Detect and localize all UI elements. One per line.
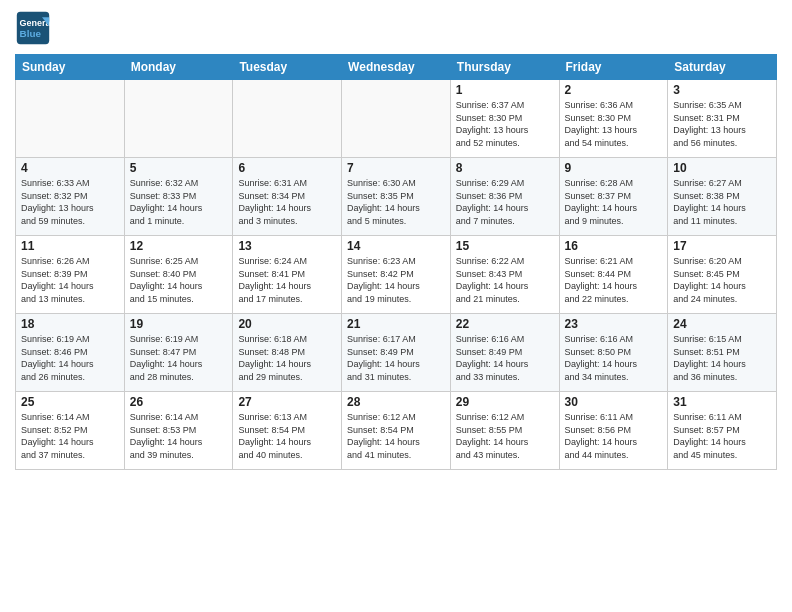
calendar-cell: 13Sunrise: 6:24 AM Sunset: 8:41 PM Dayli… [233, 236, 342, 314]
calendar-cell: 2Sunrise: 6:36 AM Sunset: 8:30 PM Daylig… [559, 80, 668, 158]
day-number: 1 [456, 83, 554, 97]
calendar-week-5: 25Sunrise: 6:14 AM Sunset: 8:52 PM Dayli… [16, 392, 777, 470]
calendar-week-4: 18Sunrise: 6:19 AM Sunset: 8:46 PM Dayli… [16, 314, 777, 392]
day-info: Sunrise: 6:37 AM Sunset: 8:30 PM Dayligh… [456, 99, 554, 149]
day-number: 19 [130, 317, 228, 331]
calendar-cell: 25Sunrise: 6:14 AM Sunset: 8:52 PM Dayli… [16, 392, 125, 470]
calendar-cell: 8Sunrise: 6:29 AM Sunset: 8:36 PM Daylig… [450, 158, 559, 236]
calendar-cell: 16Sunrise: 6:21 AM Sunset: 8:44 PM Dayli… [559, 236, 668, 314]
calendar-cell: 17Sunrise: 6:20 AM Sunset: 8:45 PM Dayli… [668, 236, 777, 314]
day-info: Sunrise: 6:11 AM Sunset: 8:57 PM Dayligh… [673, 411, 771, 461]
day-info: Sunrise: 6:35 AM Sunset: 8:31 PM Dayligh… [673, 99, 771, 149]
day-number: 15 [456, 239, 554, 253]
calendar-cell: 12Sunrise: 6:25 AM Sunset: 8:40 PM Dayli… [124, 236, 233, 314]
day-info: Sunrise: 6:26 AM Sunset: 8:39 PM Dayligh… [21, 255, 119, 305]
day-info: Sunrise: 6:36 AM Sunset: 8:30 PM Dayligh… [565, 99, 663, 149]
calendar-cell: 9Sunrise: 6:28 AM Sunset: 8:37 PM Daylig… [559, 158, 668, 236]
day-info: Sunrise: 6:29 AM Sunset: 8:36 PM Dayligh… [456, 177, 554, 227]
calendar-week-3: 11Sunrise: 6:26 AM Sunset: 8:39 PM Dayli… [16, 236, 777, 314]
day-number: 26 [130, 395, 228, 409]
day-info: Sunrise: 6:30 AM Sunset: 8:35 PM Dayligh… [347, 177, 445, 227]
day-info: Sunrise: 6:20 AM Sunset: 8:45 PM Dayligh… [673, 255, 771, 305]
day-info: Sunrise: 6:33 AM Sunset: 8:32 PM Dayligh… [21, 177, 119, 227]
calendar-cell [16, 80, 125, 158]
day-info: Sunrise: 6:31 AM Sunset: 8:34 PM Dayligh… [238, 177, 336, 227]
calendar-cell: 1Sunrise: 6:37 AM Sunset: 8:30 PM Daylig… [450, 80, 559, 158]
calendar-cell: 23Sunrise: 6:16 AM Sunset: 8:50 PM Dayli… [559, 314, 668, 392]
calendar-cell: 26Sunrise: 6:14 AM Sunset: 8:53 PM Dayli… [124, 392, 233, 470]
calendar-table: SundayMondayTuesdayWednesdayThursdayFrid… [15, 54, 777, 470]
day-header-sunday: Sunday [16, 55, 125, 80]
calendar-cell: 20Sunrise: 6:18 AM Sunset: 8:48 PM Dayli… [233, 314, 342, 392]
day-number: 23 [565, 317, 663, 331]
day-number: 20 [238, 317, 336, 331]
day-info: Sunrise: 6:18 AM Sunset: 8:48 PM Dayligh… [238, 333, 336, 383]
calendar-week-1: 1Sunrise: 6:37 AM Sunset: 8:30 PM Daylig… [16, 80, 777, 158]
calendar-cell: 4Sunrise: 6:33 AM Sunset: 8:32 PM Daylig… [16, 158, 125, 236]
calendar-header-row: SundayMondayTuesdayWednesdayThursdayFrid… [16, 55, 777, 80]
day-number: 2 [565, 83, 663, 97]
day-number: 31 [673, 395, 771, 409]
calendar-cell: 29Sunrise: 6:12 AM Sunset: 8:55 PM Dayli… [450, 392, 559, 470]
day-info: Sunrise: 6:27 AM Sunset: 8:38 PM Dayligh… [673, 177, 771, 227]
day-info: Sunrise: 6:19 AM Sunset: 8:47 PM Dayligh… [130, 333, 228, 383]
day-number: 10 [673, 161, 771, 175]
logo: General Blue [15, 10, 51, 46]
day-info: Sunrise: 6:25 AM Sunset: 8:40 PM Dayligh… [130, 255, 228, 305]
calendar-cell: 5Sunrise: 6:32 AM Sunset: 8:33 PM Daylig… [124, 158, 233, 236]
day-header-thursday: Thursday [450, 55, 559, 80]
calendar-cell [233, 80, 342, 158]
day-info: Sunrise: 6:16 AM Sunset: 8:49 PM Dayligh… [456, 333, 554, 383]
calendar-cell: 31Sunrise: 6:11 AM Sunset: 8:57 PM Dayli… [668, 392, 777, 470]
day-info: Sunrise: 6:16 AM Sunset: 8:50 PM Dayligh… [565, 333, 663, 383]
day-number: 29 [456, 395, 554, 409]
day-info: Sunrise: 6:19 AM Sunset: 8:46 PM Dayligh… [21, 333, 119, 383]
day-number: 27 [238, 395, 336, 409]
logo-icon: General Blue [15, 10, 51, 46]
day-number: 13 [238, 239, 336, 253]
day-number: 9 [565, 161, 663, 175]
day-info: Sunrise: 6:22 AM Sunset: 8:43 PM Dayligh… [456, 255, 554, 305]
day-number: 5 [130, 161, 228, 175]
day-info: Sunrise: 6:14 AM Sunset: 8:52 PM Dayligh… [21, 411, 119, 461]
day-number: 11 [21, 239, 119, 253]
calendar-cell [342, 80, 451, 158]
day-header-monday: Monday [124, 55, 233, 80]
calendar-cell: 14Sunrise: 6:23 AM Sunset: 8:42 PM Dayli… [342, 236, 451, 314]
day-info: Sunrise: 6:32 AM Sunset: 8:33 PM Dayligh… [130, 177, 228, 227]
calendar-cell: 18Sunrise: 6:19 AM Sunset: 8:46 PM Dayli… [16, 314, 125, 392]
day-info: Sunrise: 6:23 AM Sunset: 8:42 PM Dayligh… [347, 255, 445, 305]
day-info: Sunrise: 6:12 AM Sunset: 8:55 PM Dayligh… [456, 411, 554, 461]
day-info: Sunrise: 6:15 AM Sunset: 8:51 PM Dayligh… [673, 333, 771, 383]
calendar-cell: 7Sunrise: 6:30 AM Sunset: 8:35 PM Daylig… [342, 158, 451, 236]
day-number: 28 [347, 395, 445, 409]
calendar-cell: 24Sunrise: 6:15 AM Sunset: 8:51 PM Dayli… [668, 314, 777, 392]
calendar-cell [124, 80, 233, 158]
day-number: 17 [673, 239, 771, 253]
calendar-cell: 30Sunrise: 6:11 AM Sunset: 8:56 PM Dayli… [559, 392, 668, 470]
day-number: 22 [456, 317, 554, 331]
header: General Blue [15, 10, 777, 46]
calendar-cell: 21Sunrise: 6:17 AM Sunset: 8:49 PM Dayli… [342, 314, 451, 392]
day-info: Sunrise: 6:11 AM Sunset: 8:56 PM Dayligh… [565, 411, 663, 461]
day-number: 16 [565, 239, 663, 253]
day-number: 14 [347, 239, 445, 253]
day-number: 24 [673, 317, 771, 331]
day-info: Sunrise: 6:17 AM Sunset: 8:49 PM Dayligh… [347, 333, 445, 383]
calendar-cell: 11Sunrise: 6:26 AM Sunset: 8:39 PM Dayli… [16, 236, 125, 314]
day-number: 25 [21, 395, 119, 409]
svg-text:Blue: Blue [20, 28, 42, 39]
calendar-cell: 19Sunrise: 6:19 AM Sunset: 8:47 PM Dayli… [124, 314, 233, 392]
day-info: Sunrise: 6:24 AM Sunset: 8:41 PM Dayligh… [238, 255, 336, 305]
page-container: General Blue SundayMondayTuesdayWednesda… [0, 0, 792, 475]
day-number: 7 [347, 161, 445, 175]
day-header-tuesday: Tuesday [233, 55, 342, 80]
calendar-cell: 6Sunrise: 6:31 AM Sunset: 8:34 PM Daylig… [233, 158, 342, 236]
calendar-cell: 28Sunrise: 6:12 AM Sunset: 8:54 PM Dayli… [342, 392, 451, 470]
day-number: 4 [21, 161, 119, 175]
day-number: 6 [238, 161, 336, 175]
day-number: 12 [130, 239, 228, 253]
day-header-saturday: Saturday [668, 55, 777, 80]
calendar-cell: 22Sunrise: 6:16 AM Sunset: 8:49 PM Dayli… [450, 314, 559, 392]
calendar-cell: 10Sunrise: 6:27 AM Sunset: 8:38 PM Dayli… [668, 158, 777, 236]
